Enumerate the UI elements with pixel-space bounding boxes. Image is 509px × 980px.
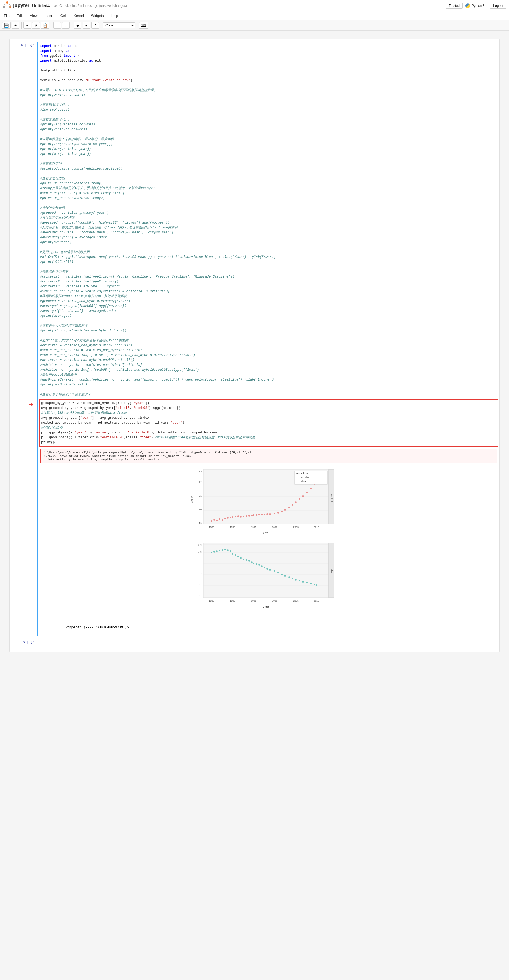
skip-back-icon: ⏮ (76, 23, 79, 27)
svg-text:20: 20 (199, 508, 201, 511)
menu-insert[interactable]: Insert (43, 13, 54, 18)
menu-file[interactable]: File (3, 13, 11, 18)
svg-point-107 (255, 563, 257, 565)
svg-text:1990: 1990 (230, 600, 235, 602)
svg-point-122 (306, 582, 308, 583)
svg-point-118 (292, 578, 293, 579)
svg-point-42 (253, 514, 255, 516)
topbar-left: jupyter Untitled4 Last Checkpoint: 2 min… (3, 2, 127, 10)
cell-code[interactable]: import pandas as pd import numpy as np f… (38, 42, 499, 399)
svg-point-53 (288, 507, 290, 508)
notebook-container: In [15]: import pandas as pd import nump… (9, 39, 500, 652)
svg-text:1985: 1985 (208, 600, 214, 602)
svg-point-121 (302, 581, 304, 582)
svg-text:3.6: 3.6 (198, 544, 201, 546)
arrow-up-icon: ↑ (56, 23, 58, 27)
svg-text:22: 22 (199, 481, 201, 484)
svg-point-123 (310, 582, 312, 584)
svg-point-115 (281, 574, 282, 575)
cell-prompt-15: In [15]: (10, 42, 37, 636)
svg-text:comb08: comb08 (331, 494, 333, 502)
checkpoint-info: Last Checkpoint: 2 minutes ago (unsaved … (52, 4, 127, 8)
svg-point-51 (281, 511, 282, 512)
restart-button[interactable]: ↺ (91, 22, 99, 29)
svg-point-39 (246, 515, 247, 517)
keyboard-shortcut-button[interactable]: ⌨ (139, 22, 148, 29)
python-icon (465, 3, 470, 8)
chart-output: value 19 20 21 22 23 (40, 464, 497, 619)
svg-point-49 (274, 513, 276, 514)
svg-point-125 (316, 584, 317, 586)
menu-widgets[interactable]: Widgets (90, 13, 105, 18)
cut-button[interactable]: ✂ (24, 22, 31, 29)
notebook-title[interactable]: Untitled4 (32, 3, 49, 8)
svg-point-33 (230, 517, 232, 518)
svg-point-90 (211, 552, 212, 554)
arrow-down-icon: ↓ (65, 23, 67, 27)
highlighted-code[interactable]: grouped_by_year = vehicles_non_hybrid.gr… (40, 400, 497, 445)
stop-button[interactable]: ■ (82, 22, 90, 29)
cell-type-select[interactable]: Code Markdown Raw NBConvert (103, 22, 135, 29)
svg-text:2000: 2000 (272, 526, 277, 528)
svg-point-57 (302, 495, 304, 497)
python-label: Python 3 (472, 4, 484, 8)
svg-text:year: year (263, 605, 269, 609)
svg-point-98 (232, 553, 233, 555)
svg-text:21: 21 (199, 495, 201, 497)
menu-edit[interactable]: Edit (16, 13, 24, 18)
copy-button[interactable]: ⎘ (32, 22, 40, 29)
save-button[interactable]: 💾 (2, 22, 11, 29)
toolbar-separator-1 (21, 22, 22, 29)
menu-view[interactable]: View (29, 13, 38, 18)
svg-point-106 (253, 563, 255, 564)
svg-point-29 (219, 518, 220, 520)
svg-point-44 (258, 514, 260, 515)
svg-point-34 (232, 516, 233, 518)
menu-cell[interactable]: Cell (59, 13, 68, 18)
svg-text:2005: 2005 (293, 600, 298, 602)
svg-point-30 (222, 519, 223, 521)
empty-cell-content[interactable] (37, 639, 499, 649)
empty-cell-input[interactable] (37, 639, 499, 649)
svg-text:displ: displ (331, 570, 333, 574)
menu-help[interactable]: Help (110, 13, 119, 18)
svg-text:year: year (263, 531, 269, 534)
svg-point-104 (248, 560, 250, 562)
empty-cell: In [ ]: (10, 639, 499, 649)
code-cell-15: In [15]: import pandas as pd import nump… (10, 42, 499, 636)
svg-point-58 (306, 492, 308, 493)
empty-cell-prompt: In [ ]: (10, 639, 37, 649)
run-prev-button[interactable]: ⏮ (74, 22, 81, 29)
move-down-button[interactable]: ↓ (62, 22, 70, 29)
trusted-button[interactable]: Trusted (446, 3, 463, 9)
svg-text:3.1: 3.1 (198, 594, 201, 597)
menubar: File Edit View Insert Cell Kernel Widget… (0, 11, 509, 20)
svg-point-0 (6, 2, 8, 3)
svg-point-38 (243, 516, 244, 517)
add-cell-button[interactable]: + (12, 22, 19, 29)
svg-point-94 (222, 549, 223, 551)
svg-point-92 (216, 550, 218, 552)
svg-point-116 (284, 575, 286, 577)
svg-point-40 (248, 515, 250, 517)
input-prompt: In [15]: (19, 43, 35, 47)
empty-input-prompt: In [ ]: (21, 640, 35, 644)
svg-point-91 (213, 551, 215, 552)
python-indicator: Python 3 ○ (465, 3, 487, 8)
svg-point-120 (299, 580, 300, 581)
paste-button[interactable]: 📋 (41, 22, 49, 29)
svg-point-54 (292, 504, 293, 506)
svg-point-36 (237, 515, 239, 517)
svg-point-102 (243, 558, 244, 560)
svg-point-37 (240, 516, 242, 518)
move-up-button[interactable]: ↑ (53, 22, 61, 29)
svg-text:2000: 2000 (272, 600, 277, 602)
cell-input-area[interactable]: import pandas as pd import numpy as np f… (37, 42, 499, 636)
menu-kernel[interactable]: Kernel (73, 13, 85, 18)
logout-button[interactable]: Logout (490, 3, 506, 9)
svg-point-110 (264, 567, 265, 568)
save-icon: 💾 (4, 23, 9, 27)
svg-point-113 (274, 570, 276, 572)
app-title: jupyter (13, 3, 29, 8)
svg-point-111 (266, 568, 268, 570)
